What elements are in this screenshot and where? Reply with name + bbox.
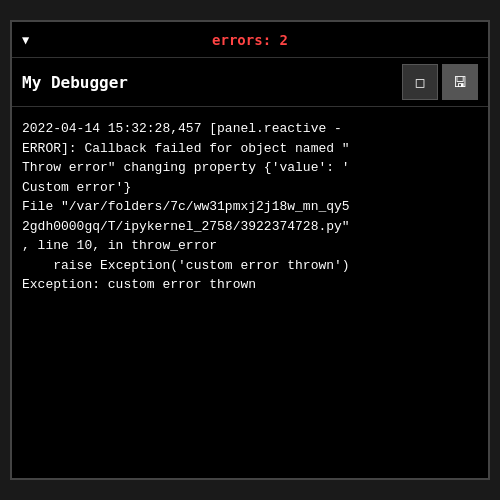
save-button[interactable]: 🖫 xyxy=(442,64,478,100)
error-count-label: errors: 2 xyxy=(212,32,288,48)
log-content: 2022-04-14 15:32:28,457 [panel.reactive … xyxy=(22,119,478,295)
collapse-triangle-icon[interactable]: ▼ xyxy=(22,33,29,47)
debugger-panel: ▼ errors: 2 My Debugger □ 🖫 2022-04-14 1… xyxy=(10,20,490,480)
debugger-title: My Debugger xyxy=(22,73,128,92)
toolbar-buttons: □ 🖫 xyxy=(402,64,478,100)
top-bar: ▼ errors: 2 xyxy=(12,22,488,58)
restore-button[interactable]: □ xyxy=(402,64,438,100)
title-bar: My Debugger □ 🖫 xyxy=(12,58,488,107)
log-area: 2022-04-14 15:32:28,457 [panel.reactive … xyxy=(12,107,488,478)
